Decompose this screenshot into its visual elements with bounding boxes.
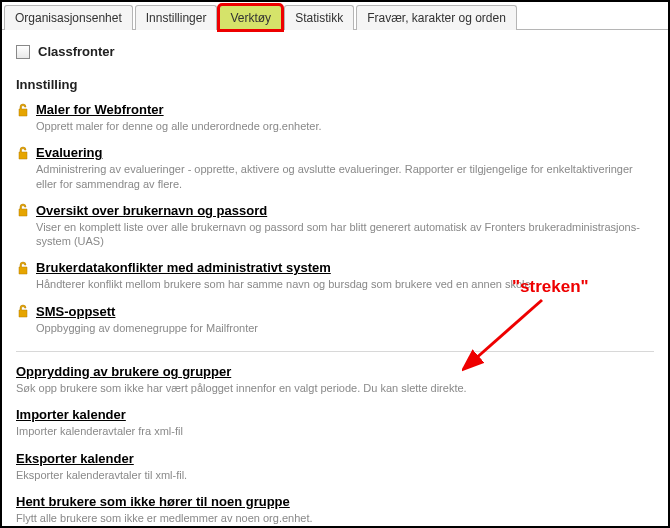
list-item: Evaluering Administrering av evalueringe… bbox=[16, 141, 654, 199]
unlock-icon bbox=[16, 146, 30, 160]
item-link-export-calendar[interactable]: Eksporter kalender bbox=[16, 451, 134, 466]
classfronter-row: Classfronter bbox=[16, 44, 654, 59]
list-item: Brukerdatakonflikter med administrativt … bbox=[16, 256, 654, 299]
tab-stats[interactable]: Statistikk bbox=[284, 5, 354, 30]
tab-absence[interactable]: Fravær, karakter og orden bbox=[356, 5, 517, 30]
item-desc: Importer kalenderavtaler fra xml-fil bbox=[16, 424, 654, 438]
main-panel: Classfronter Innstilling Maler for Webfr… bbox=[2, 30, 668, 528]
unlock-icon bbox=[16, 304, 30, 318]
unlock-icon bbox=[16, 203, 30, 217]
tab-settings[interactable]: Innstillinger bbox=[135, 5, 218, 30]
tab-bar: Organisasjonsenhet Innstillinger Verktøy… bbox=[2, 2, 668, 30]
classfronter-label: Classfronter bbox=[38, 44, 115, 59]
list-item: SMS-oppsett Oppbygging av domenegruppe f… bbox=[16, 300, 654, 343]
item-desc: Søk opp brukere som ikke har vært pålogg… bbox=[16, 381, 654, 395]
classfronter-checkbox[interactable] bbox=[16, 45, 30, 59]
item-desc: Oppbygging av domenegruppe for Mailfront… bbox=[36, 321, 654, 335]
item-link-sms-setup[interactable]: SMS-oppsett bbox=[36, 304, 115, 319]
item-desc: Viser en komplett liste over alle bruker… bbox=[36, 220, 654, 249]
tab-org[interactable]: Organisasjonsenhet bbox=[4, 5, 133, 30]
item-link-cleanup[interactable]: Opprydding av brukere og grupper bbox=[16, 364, 231, 379]
list-item: Opprydding av brukere og grupper Søk opp… bbox=[16, 360, 654, 403]
item-desc: Flytt alle brukere som ikke er medlemmer… bbox=[16, 511, 654, 525]
list-item: Hent brukere som ikke hører til noen gru… bbox=[16, 490, 654, 528]
item-link-import-calendar[interactable]: Importer kalender bbox=[16, 407, 126, 422]
list-item: Oversikt over brukernavn og passord Vise… bbox=[16, 199, 654, 257]
item-link-userdata-conflicts[interactable]: Brukerdatakonflikter med administrativt … bbox=[36, 260, 331, 275]
list-item: Eksporter kalender Eksporter kalenderavt… bbox=[16, 447, 654, 490]
item-desc: Opprett maler for denne og alle underord… bbox=[36, 119, 654, 133]
item-link-fetch-users[interactable]: Hent brukere som ikke hører til noen gru… bbox=[16, 494, 290, 509]
divider-line bbox=[16, 351, 654, 352]
unlock-icon bbox=[16, 103, 30, 117]
item-desc: Administrering av evalueringer - opprett… bbox=[36, 162, 654, 191]
item-link-templates[interactable]: Maler for Webfronter bbox=[36, 102, 164, 117]
item-link-evaluation[interactable]: Evaluering bbox=[36, 145, 102, 160]
list-item: Importer kalender Importer kalenderavtal… bbox=[16, 403, 654, 446]
list-item: Maler for Webfronter Opprett maler for d… bbox=[16, 98, 654, 141]
tab-tools[interactable]: Verktøy bbox=[219, 5, 282, 30]
item-desc: Eksporter kalenderavtaler til xml-fil. bbox=[16, 468, 654, 482]
section-heading: Innstilling bbox=[16, 77, 654, 92]
item-link-user-overview[interactable]: Oversikt over brukernavn og passord bbox=[36, 203, 267, 218]
item-desc: Håndterer konflikt mellom brukere som ha… bbox=[36, 277, 654, 291]
unlock-icon bbox=[16, 261, 30, 275]
